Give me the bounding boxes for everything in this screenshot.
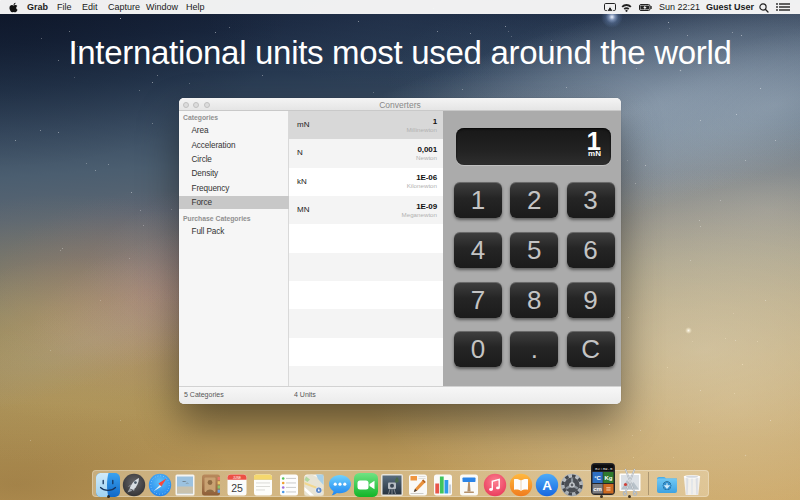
svg-text:cm: cm [593,486,602,492]
svg-text:Kg: Kg [604,475,612,481]
svg-text:02:39.5: 02:39.5 [594,467,612,471]
svg-text:°C: °C [594,475,601,481]
svg-text:25: 25 [231,482,243,494]
svg-text:A: A [542,478,552,493]
svg-text:JUNE: JUNE [233,475,241,479]
